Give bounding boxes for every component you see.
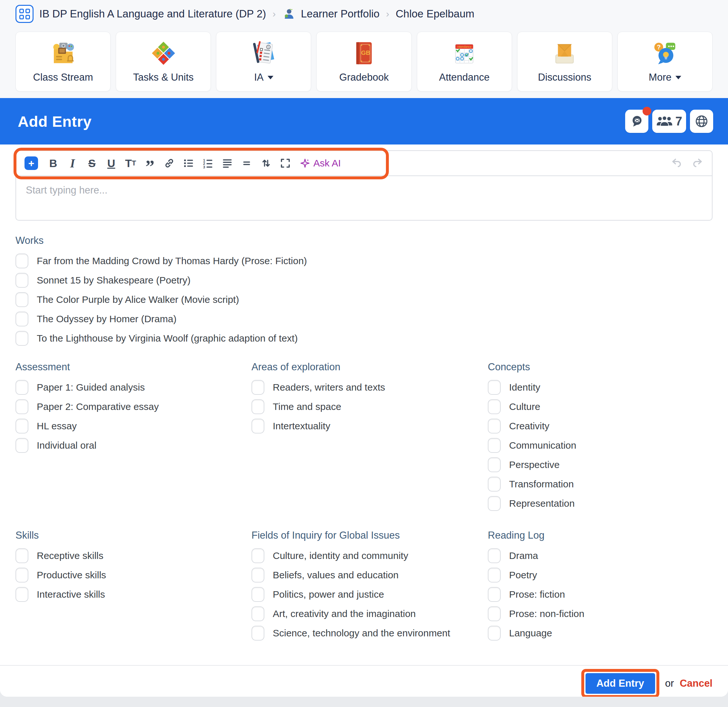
- checkbox[interactable]: [488, 380, 501, 395]
- cancel-link[interactable]: Cancel: [680, 678, 712, 689]
- gradebook-icon: GB: [351, 40, 377, 67]
- editor-textarea[interactable]: Start typing here...: [16, 176, 712, 220]
- checkbox[interactable]: [488, 438, 501, 453]
- checkbox[interactable]: [488, 587, 501, 602]
- checkbox[interactable]: [488, 568, 501, 583]
- checkbox-row: Paper 2: Comparative essay: [16, 399, 251, 414]
- tab-gradebook[interactable]: GB Gradebook: [316, 32, 412, 92]
- checkbox[interactable]: [16, 253, 28, 268]
- undo-button[interactable]: [670, 156, 683, 170]
- add-entry-button[interactable]: Add Entry: [585, 673, 655, 694]
- checkbox[interactable]: [16, 438, 28, 453]
- tab-label: Gradebook: [339, 72, 389, 83]
- checkbox[interactable]: [251, 399, 264, 414]
- tab-class-stream[interactable]: Class Stream: [16, 32, 111, 92]
- redo-button[interactable]: [691, 156, 703, 170]
- checkbox-label: Sonnet 15 by Shakespeare (Poetry): [37, 275, 191, 286]
- checkbox[interactable]: [488, 457, 501, 472]
- checkbox[interactable]: [251, 380, 264, 395]
- ask-ai-button[interactable]: Ask AI: [297, 158, 341, 169]
- envelope-icon: [551, 40, 578, 67]
- members-button[interactable]: 7: [652, 110, 686, 133]
- link-icon: [163, 158, 175, 169]
- checkbox[interactable]: [488, 548, 501, 563]
- checkbox[interactable]: [16, 419, 28, 434]
- section-fields-of-inquiry: Fields of Inquiry for Global Issues Cult…: [251, 530, 488, 645]
- checkbox-row: Interactive skills: [16, 587, 251, 602]
- checkbox[interactable]: [251, 626, 264, 640]
- app-launcher-button[interactable]: [16, 5, 33, 23]
- tab-more[interactable]: ? More: [617, 32, 712, 92]
- checkbox[interactable]: [251, 587, 264, 602]
- rich-text-editor: + B I S U TT ”: [16, 150, 712, 221]
- strikethrough-button[interactable]: S: [84, 155, 99, 172]
- chevron-down-icon: [267, 76, 273, 80]
- checkbox[interactable]: [251, 606, 264, 621]
- checkbox[interactable]: [16, 380, 28, 395]
- fullscreen-button[interactable]: [278, 155, 293, 172]
- checkbox[interactable]: [488, 606, 501, 621]
- checkbox[interactable]: [251, 419, 264, 434]
- checkbox[interactable]: [16, 587, 28, 602]
- section-works: Works Far from the Madding Crowd by Thom…: [16, 235, 712, 346]
- checkbox-row: Perspective: [488, 457, 712, 472]
- checkbox[interactable]: [488, 626, 501, 640]
- checkbox-label: Interactive skills: [37, 589, 105, 600]
- sections-row-2: Skills Receptive skills Productive skill…: [16, 530, 712, 645]
- checkbox[interactable]: [16, 273, 28, 288]
- members-icon: [656, 116, 673, 127]
- checkbox[interactable]: [16, 568, 28, 583]
- breadcrumb-course[interactable]: IB DP English A Language and Literature …: [39, 8, 266, 20]
- checkbox[interactable]: [16, 399, 28, 414]
- checkbox-label: Individual oral: [37, 440, 97, 451]
- checkbox-label: Paper 1: Guided analysis: [37, 382, 145, 393]
- checkbox-row: Sonnet 15 by Shakespeare (Poetry): [16, 273, 712, 288]
- bold-button[interactable]: B: [46, 155, 61, 172]
- checkbox[interactable]: [16, 312, 28, 327]
- checkbox-row: The Color Purple by Alice Walker (Movie …: [16, 292, 712, 307]
- align-lines-button[interactable]: [239, 155, 254, 172]
- help-bubbles-icon: ?: [651, 40, 678, 67]
- bullet-list-button[interactable]: [181, 155, 196, 172]
- align-lines-icon: [241, 158, 253, 169]
- tab-label: Attendance: [439, 72, 490, 83]
- tab-discussions[interactable]: Discussions: [517, 32, 612, 92]
- tab-tasks-units[interactable]: Tasks & Units: [116, 32, 211, 92]
- checkbox[interactable]: [16, 548, 28, 563]
- checkbox-row: Time and space: [251, 399, 488, 414]
- checkbox[interactable]: [488, 419, 501, 434]
- checkbox[interactable]: [16, 292, 28, 307]
- redo-icon: [691, 156, 703, 169]
- annotation-highlight: Add Entry: [581, 669, 659, 697]
- tab-attendance[interactable]: Attendance Attendance: [417, 32, 512, 92]
- checkbox-row: Culture, identity and community: [251, 548, 488, 563]
- align-justify-button[interactable]: [220, 155, 235, 172]
- insert-plus-button[interactable]: +: [25, 156, 38, 170]
- section-areas-of-exploration: Areas of exploration Readers, writers an…: [251, 361, 488, 438]
- messages-button[interactable]: [625, 110, 649, 133]
- checkbox[interactable]: [488, 477, 501, 492]
- checkbox-row: Intertextuality: [251, 419, 488, 434]
- checkbox-row: Science, technology and the environment: [251, 626, 488, 640]
- link-button[interactable]: [162, 155, 177, 172]
- blockquote-button[interactable]: ”: [143, 155, 157, 172]
- numbered-list-button[interactable]: 1 2 3: [201, 155, 215, 172]
- ask-ai-label: Ask AI: [313, 158, 341, 169]
- underline-button[interactable]: U: [104, 155, 118, 172]
- checkbox-row: Identity: [488, 380, 712, 395]
- checkbox[interactable]: [251, 568, 264, 583]
- checkbox[interactable]: [251, 548, 264, 563]
- breadcrumb-student[interactable]: Chloe Epelbaum: [396, 8, 474, 20]
- checkbox-label: The Color Purple by Alice Walker (Movie …: [37, 294, 239, 305]
- checkbox[interactable]: [488, 399, 501, 414]
- italic-button[interactable]: I: [65, 155, 80, 172]
- swap-vertical-button[interactable]: [259, 155, 273, 172]
- tab-ia[interactable]: 5 IA: [216, 32, 311, 92]
- section-title: Skills: [16, 530, 251, 541]
- breadcrumb-portfolio[interactable]: Learner Portfolio: [301, 8, 380, 20]
- language-button[interactable]: [690, 110, 713, 133]
- checkbox[interactable]: [488, 496, 501, 511]
- checkbox[interactable]: [16, 331, 28, 346]
- text-size-button[interactable]: TT: [123, 155, 138, 172]
- checkbox-label: Prose: fiction: [509, 589, 565, 600]
